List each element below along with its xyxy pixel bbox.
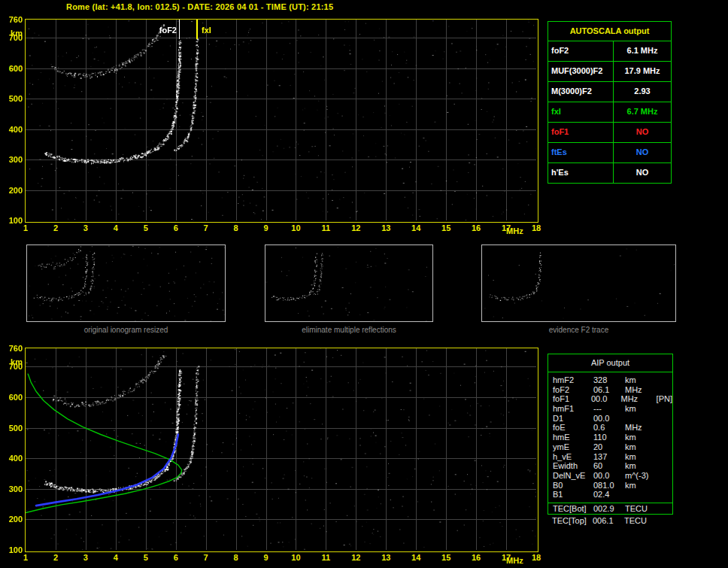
ionogram-plot-bottom: 760700600500400300200100km12345678910111… (25, 348, 538, 552)
aip-row-extra (663, 442, 672, 452)
aip-row-label: B1 (548, 490, 593, 500)
aip-row-extra (663, 375, 672, 385)
aip-row-value: --- (593, 404, 625, 414)
aip-row-unit: km (625, 404, 663, 414)
aip-row-extra: [PN] (657, 394, 672, 404)
aip-row-value: 00.0 (591, 394, 621, 404)
aip-row-unit (625, 414, 663, 424)
autoscala-row-label: fxI (548, 102, 614, 122)
autoscala-output-table: AUTOSCALA output foF26.1 MHzMUF(3000)F21… (548, 21, 672, 184)
aip-row-unit: TECU (624, 516, 662, 526)
aip-row-unit: MHz (625, 423, 663, 433)
aip-row-label: hmF1 (548, 404, 593, 414)
x-axis-tick: 7 (199, 223, 213, 232)
thumbnail-canvas-evidence (481, 245, 676, 322)
aip-row-value: 02.4 (593, 490, 625, 500)
aip-row-label: B0 (548, 481, 593, 491)
x-axis-tick: 18 (529, 223, 543, 232)
y-axis-tick: 600 (2, 393, 23, 402)
thumbnail-caption: original ionogram resized (26, 326, 226, 334)
aip-row: D100.0 (548, 414, 672, 424)
aip-table-header: AIP output (548, 354, 672, 372)
x-axis-tick: 9 (259, 223, 273, 232)
y-axis-tick: 200 (2, 186, 23, 195)
autoscala-table-rows: foF26.1 MHzMUF(3000)F217.9 MHzM(3000)F22… (548, 41, 671, 183)
fxi-marker-label: fxI (202, 26, 211, 35)
thumbnail-caption: eliminate multiple reflections (265, 326, 433, 334)
aip-row-extra (663, 481, 672, 491)
aip-row-value: 00.0 (593, 471, 625, 481)
autoscala-row-label: M(3000)F2 (548, 82, 614, 102)
autoscala-row: foF1NO (548, 123, 671, 143)
aip-row-extra (663, 452, 672, 462)
aip-row-label: TEC[Top] (548, 516, 593, 526)
x-axis-tick: 9 (259, 553, 273, 562)
aip-row: ymE20km (548, 442, 672, 452)
aip-row-label: ymE (548, 442, 593, 452)
aip-row: hmF1---km (548, 404, 672, 414)
aip-row-value: 00.0 (593, 414, 625, 424)
fof2-marker-line (179, 20, 180, 39)
y-axis-tick: 400 (2, 125, 23, 134)
autoscala-row: ftEsNO (548, 143, 671, 163)
autoscala-row-value: 6.7 MHz (614, 102, 671, 122)
y-axis-tick: 300 (2, 484, 23, 494)
x-axis-tick: 3 (79, 223, 93, 232)
x-axis-tick: 13 (379, 553, 393, 562)
aip-row-extra (663, 385, 672, 395)
aip-row-unit: km (625, 375, 663, 385)
autoscala-row-label: foF1 (548, 123, 614, 142)
x-axis-unit: MHz (506, 226, 529, 235)
y-axis-tick: 200 (2, 515, 23, 524)
autoscala-row: MUF(3000)F217.9 MHz (548, 62, 671, 82)
aip-row: B102.4 (548, 490, 672, 500)
aip-row: foF206.1MHz (548, 385, 672, 395)
aip-row: foF100.0MHz[PN] (548, 394, 672, 404)
y-axis-unit: km (2, 29, 23, 38)
aip-row: h_vE137km (548, 452, 672, 462)
aip-row-value: 137 (593, 452, 625, 462)
x-axis-tick: 3 (79, 553, 93, 562)
aip-row-extra (663, 490, 672, 500)
aip-row-extra (663, 404, 672, 414)
y-axis-tick: 600 (2, 64, 23, 73)
aip-row-label: hmF2 (548, 375, 593, 385)
aip-row-label: h_vE (548, 452, 593, 462)
aip-row: B0081.0km (548, 481, 672, 491)
autoscala-row-value: 6.1 MHz (614, 41, 671, 61)
y-axis-tick: 300 (2, 155, 23, 164)
autoscala-row-label: h'Es (548, 163, 614, 183)
aip-row-unit: km (625, 442, 663, 452)
x-axis-tick: 4 (109, 223, 123, 232)
aip-row-unit: TECU (625, 503, 663, 514)
thumbnail-caption: evidence F2 trace (481, 326, 676, 334)
x-axis-tick: 1 (19, 553, 32, 562)
autoscala-row-value: NO (614, 163, 671, 183)
y-axis-tick: 500 (2, 94, 23, 103)
x-axis-tick: 14 (409, 223, 423, 232)
autoscala-row: M(3000)F22.93 (548, 82, 671, 102)
x-axis-tick: 2 (49, 223, 62, 232)
aip-row-value: 006.1 (593, 516, 624, 526)
aip-output-table: AIP output hmF2328kmfoF206.1MHzfoF100.0M… (548, 354, 673, 515)
aip-row-extra (663, 433, 672, 442)
aip-row-label: foE (548, 423, 593, 433)
x-axis-tick: 5 (139, 553, 153, 562)
aip-row-extra (663, 461, 672, 471)
x-axis-unit: MHz (506, 556, 529, 565)
aip-row-label: foF1 (548, 394, 591, 404)
aip-row: Ewidth60km (548, 461, 672, 471)
autoscala-row-label: foF2 (548, 41, 614, 61)
aip-row-value: 06.1 (593, 385, 625, 395)
aip-table-rows: hmF2328kmfoF206.1MHzfoF100.0MHz[PN]hmF1-… (548, 372, 672, 500)
aip-row-label: Ewidth (548, 461, 593, 471)
aip-row-unit: m^(-3) (625, 471, 663, 481)
aip-row-label: TEC[Bot] (548, 503, 593, 514)
aip-row-extra (663, 471, 672, 481)
fxi-marker-line (196, 20, 198, 39)
x-axis-tick: 18 (529, 553, 543, 562)
autoscala-row: foF26.1 MHz (548, 41, 671, 62)
aip-row-unit: km (625, 461, 663, 471)
x-axis-tick: 11 (319, 553, 332, 562)
autoscala-row: fxI6.7 MHz (548, 102, 671, 123)
